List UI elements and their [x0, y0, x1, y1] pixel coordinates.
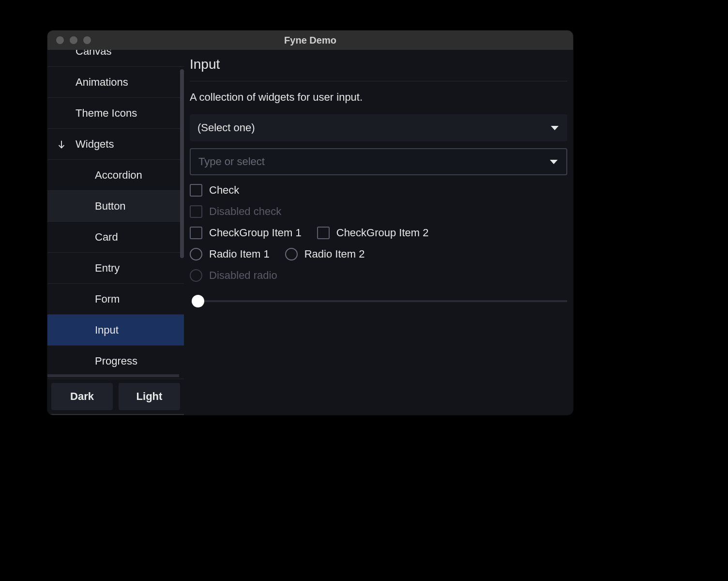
- sidebar-item-label: Accordion: [95, 169, 142, 182]
- page-title: Input: [190, 50, 567, 81]
- sidebar-item-widgets[interactable]: Widgets: [47, 128, 184, 159]
- minimize-icon[interactable]: [70, 36, 77, 44]
- sidebar-item-label: Theme Icons: [76, 107, 137, 120]
- checkbox-disabled: Disabled check: [190, 205, 567, 218]
- checkbox-check[interactable]: Check: [190, 184, 567, 197]
- app-window: Fyne Demo Canvas Animations Theme Icons: [47, 31, 573, 415]
- sidebar-item-label: Entry: [95, 262, 120, 275]
- radio-icon: [190, 248, 202, 260]
- window-controls: [56, 36, 91, 44]
- sidebar-item-progress[interactable]: Progress: [47, 345, 184, 376]
- combo-select[interactable]: Type or select: [190, 148, 567, 175]
- window-title: Fyne Demo: [47, 35, 573, 46]
- radio-label: Radio Item 1: [209, 248, 270, 260]
- checkbox-label: CheckGroup Item 2: [336, 227, 429, 239]
- radio-icon: [285, 248, 298, 260]
- close-icon[interactable]: [56, 36, 64, 44]
- svg-marker-1: [551, 126, 559, 130]
- sidebar-item-button[interactable]: Button: [47, 190, 184, 221]
- page-description: A collection of widgets for user input.: [190, 91, 567, 104]
- radio-item-1[interactable]: Radio Item 1: [190, 248, 270, 260]
- slider[interactable]: [190, 296, 567, 306]
- checkgroup-item-2[interactable]: CheckGroup Item 2: [317, 227, 429, 239]
- titlebar: Fyne Demo: [47, 31, 573, 50]
- slider-track: [197, 300, 567, 302]
- checkbox-label: Disabled check: [209, 205, 281, 218]
- caret-down-icon: [551, 125, 559, 131]
- radio-label: Radio Item 2: [304, 248, 365, 260]
- theme-toggle-row: Dark Light: [47, 379, 184, 415]
- sidebar-scrollbar-horizontal[interactable]: [47, 374, 179, 377]
- main-panel: Input A collection of widgets for user i…: [184, 50, 573, 415]
- sidebar-item-input[interactable]: Input: [47, 314, 184, 345]
- slider-thumb[interactable]: [192, 295, 204, 307]
- sidebar-item-card[interactable]: Card: [47, 221, 184, 252]
- checkbox-icon: [190, 184, 202, 197]
- divider: [190, 81, 567, 81]
- maximize-icon[interactable]: [83, 36, 91, 44]
- caret-down-icon: [550, 159, 558, 165]
- sidebar-item-label: Progress: [95, 355, 137, 367]
- combo-placeholder: Type or select: [198, 155, 265, 168]
- light-theme-button[interactable]: Light: [119, 383, 180, 410]
- sidebar-item-canvas[interactable]: Canvas: [47, 50, 184, 66]
- checkgroup-item-1[interactable]: CheckGroup Item 1: [190, 227, 302, 239]
- sidebar: Canvas Animations Theme Icons: [47, 50, 184, 415]
- checkbox-icon: [190, 205, 202, 218]
- checkbox-label: CheckGroup Item 1: [209, 227, 302, 239]
- dark-theme-button[interactable]: Dark: [51, 383, 113, 410]
- checkbox-icon: [317, 227, 330, 239]
- select-dropdown[interactable]: (Select one): [190, 114, 567, 141]
- radio-icon: [190, 269, 202, 282]
- sidebar-item-label: Input: [95, 324, 119, 336]
- select-placeholder: (Select one): [197, 122, 255, 134]
- radio-disabled: Disabled radio: [190, 269, 567, 282]
- arrow-down-icon: [55, 138, 68, 151]
- sidebar-item-animations[interactable]: Animations: [47, 66, 184, 97]
- radio-label: Disabled radio: [209, 269, 277, 282]
- checkbox-label: Check: [209, 184, 239, 197]
- sidebar-item-label: Card: [95, 231, 118, 244]
- checkbox-icon: [190, 227, 202, 239]
- sidebar-item-theme-icons[interactable]: Theme Icons: [47, 97, 184, 128]
- sidebar-scrollbar[interactable]: [180, 69, 184, 258]
- radio-item-2[interactable]: Radio Item 2: [285, 248, 365, 260]
- check-group: CheckGroup Item 1 CheckGroup Item 2: [190, 227, 567, 239]
- svg-marker-2: [550, 160, 558, 164]
- sidebar-item-form[interactable]: Form: [47, 283, 184, 314]
- sidebar-item-accordion[interactable]: Accordion: [47, 159, 184, 190]
- sidebar-item-label: Canvas: [76, 50, 112, 58]
- radio-group: Radio Item 1 Radio Item 2: [190, 248, 567, 260]
- sidebar-item-label: Widgets: [76, 138, 114, 151]
- sidebar-item-label: Animations: [76, 76, 128, 89]
- sidebar-item-entry[interactable]: Entry: [47, 252, 184, 283]
- sidebar-item-label: Button: [95, 200, 126, 213]
- sidebar-item-label: Form: [95, 293, 120, 306]
- window-body: Canvas Animations Theme Icons: [47, 50, 573, 415]
- nav-list[interactable]: Canvas Animations Theme Icons: [47, 50, 184, 379]
